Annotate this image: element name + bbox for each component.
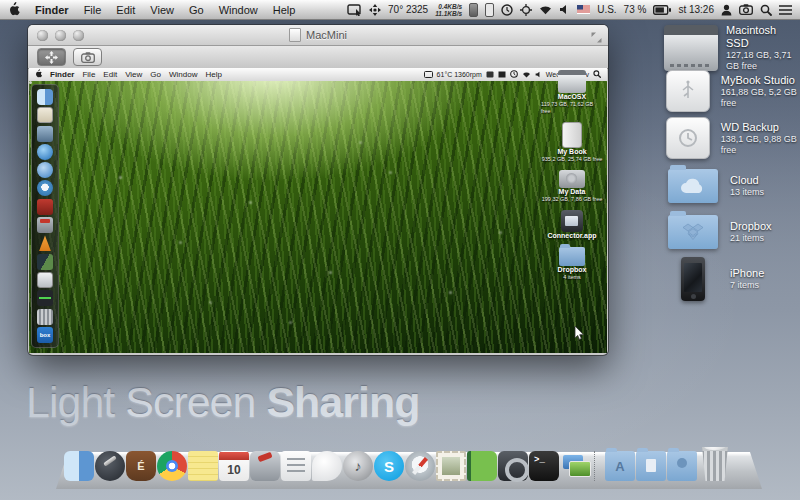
remote-dock-front-row-icon[interactable] bbox=[37, 199, 53, 215]
desktop-icon-dropbox[interactable]: Dropbox 21 items bbox=[664, 215, 772, 249]
remote-dock-box-icon[interactable]: box bbox=[37, 327, 53, 343]
remote-menu-go[interactable]: Go bbox=[150, 70, 161, 79]
desktop-icon-cloud[interactable]: Cloud 13 items bbox=[664, 169, 764, 203]
dock-tasks-icon[interactable] bbox=[281, 451, 311, 481]
remote-menu-help[interactable]: Help bbox=[205, 70, 221, 79]
dock-calendar-icon[interactable]: 10 bbox=[219, 451, 249, 481]
locate-crosshair-icon[interactable] bbox=[520, 4, 532, 16]
dock-user-folder[interactable] bbox=[667, 451, 697, 481]
remote-dock-stack-icon[interactable] bbox=[37, 309, 53, 325]
menu-view[interactable]: View bbox=[150, 4, 174, 16]
icon-info: 7 items bbox=[730, 280, 764, 291]
temperature-fan-status[interactable]: 70° 2325 bbox=[388, 4, 428, 15]
icon-label: iPhone bbox=[730, 267, 764, 280]
resize-corner-icon[interactable] bbox=[591, 29, 602, 47]
dock-trash-icon[interactable] bbox=[698, 447, 732, 481]
desktop-icon-macintosh-ssd[interactable]: Macintosh SSD 127,18 GB, 3,71 GB free bbox=[664, 24, 800, 72]
desktop-icon-wd-backup[interactable]: WD Backup 138,1 GB, 9,88 GB free bbox=[664, 117, 800, 159]
dock-itunes-icon[interactable]: ♪ bbox=[343, 451, 373, 481]
fullscreen-button[interactable] bbox=[37, 48, 66, 66]
remote-dock-toolbox-icon[interactable] bbox=[37, 217, 53, 233]
menu-finder[interactable]: Finder bbox=[35, 4, 69, 16]
dock-rocket-icon[interactable] bbox=[95, 451, 125, 481]
apple-menu-icon[interactable] bbox=[8, 2, 20, 18]
remote-dock-photos-icon[interactable] bbox=[37, 254, 53, 270]
device-battery-icon-2[interactable] bbox=[485, 3, 494, 17]
remote-menu-file[interactable]: File bbox=[82, 70, 95, 79]
screen-sharing-status-icon[interactable] bbox=[347, 4, 362, 16]
dock-installer-icon[interactable] bbox=[250, 451, 280, 481]
remote-dock-app-sphere-icon[interactable] bbox=[37, 162, 53, 178]
remote-menu-finder[interactable]: Finder bbox=[50, 70, 74, 79]
list-menu-icon[interactable] bbox=[779, 5, 792, 15]
remote-clock-icon[interactable] bbox=[510, 70, 518, 79]
dock-finder-icon[interactable] bbox=[64, 451, 94, 481]
remote-icon-dropbox[interactable]: Dropbox 4 items bbox=[558, 247, 587, 281]
battery-icon[interactable] bbox=[653, 5, 671, 15]
dock-notebook-icon[interactable] bbox=[467, 451, 497, 481]
fast-user-switch-icon[interactable] bbox=[721, 4, 732, 16]
remote-dock-camera-icon[interactable] bbox=[37, 272, 53, 288]
remote-icon-info: 199,32 GB, 7,86 GB free bbox=[542, 196, 603, 203]
remote-display-icon[interactable] bbox=[424, 71, 433, 79]
dock-espresso-icon[interactable]: É bbox=[126, 451, 156, 481]
menubar-clock[interactable]: st 13:26 bbox=[678, 4, 714, 15]
dock-gear-icon[interactable] bbox=[498, 451, 528, 481]
camera-status-icon[interactable] bbox=[739, 4, 753, 15]
remote-dock-mail-icon[interactable] bbox=[37, 107, 53, 123]
remote-dock-remote-desktop-icon[interactable] bbox=[37, 126, 53, 142]
remote-dock-activity-monitor-icon[interactable] bbox=[37, 290, 53, 306]
remote-dock-finder-icon[interactable] bbox=[37, 89, 53, 105]
sync-status-icon[interactable] bbox=[369, 4, 381, 16]
remote-dock-safari-icon[interactable] bbox=[37, 180, 53, 196]
remote-apple-menu-icon[interactable] bbox=[35, 69, 42, 80]
dock-documents-folder[interactable] bbox=[636, 451, 666, 481]
device-battery-icon-1[interactable] bbox=[469, 3, 478, 17]
icon-label: Cloud bbox=[730, 174, 764, 187]
remote-icon-my-data[interactable]: My Data 199,32 GB, 7,86 GB free bbox=[542, 170, 603, 203]
menu-edit[interactable]: Edit bbox=[116, 4, 135, 16]
remote-icon-my-book[interactable]: My Book 935,2 GB, 25,74 GB free bbox=[542, 122, 603, 163]
dock-terminal-icon[interactable]: >_ bbox=[529, 451, 559, 481]
remote-temp-fan-status[interactable]: 61°C 1360rpm bbox=[437, 71, 482, 78]
dock-screen-sharing-icon[interactable] bbox=[560, 451, 590, 481]
menu-help[interactable]: Help bbox=[273, 4, 296, 16]
zoom-button[interactable] bbox=[73, 30, 84, 41]
remote-dock-vlc-icon[interactable] bbox=[37, 235, 53, 251]
dock-mail-icon[interactable] bbox=[436, 451, 466, 481]
volume-icon[interactable] bbox=[559, 4, 570, 15]
menu-file[interactable]: File bbox=[84, 4, 102, 16]
remote-dock-itunes-icon[interactable] bbox=[37, 144, 53, 160]
desktop-icon-mybook-studio[interactable]: MyBook Studio 161,88 GB, 5,2 GB free bbox=[664, 70, 800, 112]
remote-menu-edit[interactable]: Edit bbox=[103, 70, 117, 79]
spotlight-icon[interactable] bbox=[760, 4, 772, 16]
network-speed-status[interactable]: 0.4KB/s 11.1KB/s bbox=[435, 3, 462, 17]
dock-chrome-icon[interactable] bbox=[157, 451, 187, 481]
window-titlebar[interactable]: MacMini bbox=[28, 25, 608, 46]
mouse-cursor bbox=[574, 326, 585, 345]
remote-screens-icon[interactable] bbox=[498, 71, 506, 79]
desktop-icon-iphone[interactable]: iPhone 7 items bbox=[664, 257, 764, 301]
dock-applications-folder[interactable]: A bbox=[605, 451, 635, 481]
close-button[interactable] bbox=[37, 30, 48, 41]
remote-desktop-view[interactable]: Finder File Edit View Go Window Help 61°… bbox=[29, 68, 607, 353]
menu-window[interactable]: Window bbox=[219, 4, 258, 16]
dock-safari-icon[interactable] bbox=[405, 451, 435, 481]
input-source-label[interactable]: U.S. bbox=[597, 4, 616, 15]
input-flag-icon[interactable] bbox=[577, 5, 590, 14]
menu-go[interactable]: Go bbox=[189, 4, 204, 16]
remote-wifi-icon[interactable] bbox=[522, 71, 531, 79]
wifi-icon[interactable] bbox=[539, 4, 552, 15]
dock-skype-icon[interactable]: S bbox=[374, 451, 404, 481]
remote-icon-connector-app[interactable]: Connector.app bbox=[547, 210, 596, 240]
time-machine-icon[interactable] bbox=[501, 4, 513, 16]
dock-notes-icon[interactable] bbox=[188, 451, 218, 481]
remote-keyboard-icon[interactable] bbox=[486, 71, 494, 79]
remote-menu-view[interactable]: View bbox=[125, 70, 142, 79]
remote-icon-macosx[interactable]: MacOSX 119,73 GB, 71,62 GB free bbox=[541, 70, 603, 115]
remote-menu-window[interactable]: Window bbox=[169, 70, 197, 79]
battery-percent-label[interactable]: 73 % bbox=[624, 4, 647, 15]
dock-messages-icon[interactable] bbox=[312, 451, 342, 481]
minimize-button[interactable] bbox=[55, 30, 66, 41]
capture-screen-button[interactable] bbox=[73, 48, 102, 66]
